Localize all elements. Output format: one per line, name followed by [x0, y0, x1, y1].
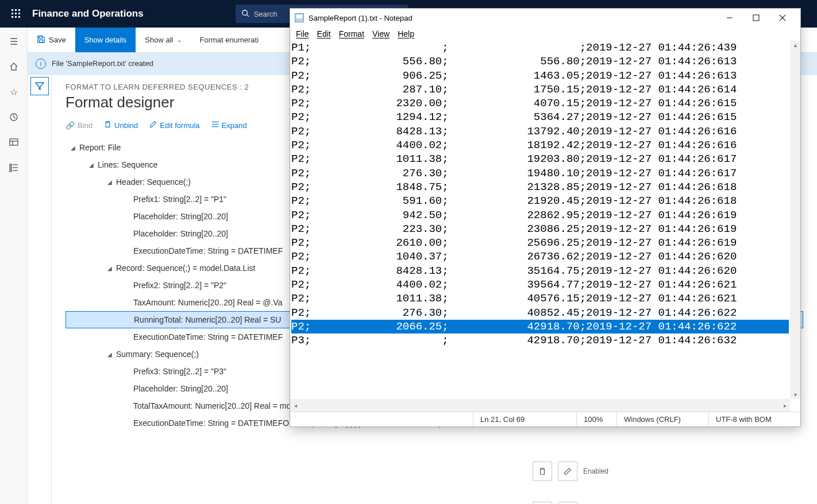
rail-star-icon[interactable]: ☆: [2, 80, 25, 103]
window-close-button[interactable]: [769, 9, 796, 27]
menu-help[interactable]: Help: [394, 28, 418, 40]
show-all-label: Show all: [145, 36, 173, 44]
notepad-vscrollbar[interactable]: ▴ ▾: [790, 41, 800, 399]
list-icon: [211, 121, 219, 130]
format-enum-button[interactable]: Format enumerati: [191, 28, 268, 52]
menu-file[interactable]: File: [292, 28, 313, 40]
scroll-down-icon[interactable]: ▾: [790, 391, 800, 398]
svg-rect-3: [11, 13, 13, 14]
filter-column: [28, 75, 52, 504]
svg-rect-17: [10, 170, 11, 172]
app-title: Finance and Operations: [32, 8, 144, 20]
delete-button[interactable]: [533, 462, 552, 481]
notepad-statusbar: Ln 21, Col 69 100% Windows (CRLF) UTF-8 …: [290, 412, 800, 427]
svg-rect-7: [15, 16, 17, 18]
notepad-textarea[interactable]: P1; ; ;2019-12-27 01:44:26:439P2; 556.80…: [291, 41, 789, 399]
prop-label: Enabled: [583, 467, 608, 475]
notepad-titlebar[interactable]: SampleReport (1).txt - Notepad: [290, 9, 800, 27]
waffle-icon[interactable]: [5, 2, 28, 25]
svg-rect-16: [10, 167, 11, 169]
link-icon: 🔗: [65, 121, 75, 130]
svg-rect-12: [10, 139, 18, 145]
svg-rect-27: [753, 15, 759, 21]
rail-menu-icon[interactable]: ☰: [2, 30, 25, 53]
show-details-button[interactable]: Show details: [75, 28, 136, 52]
edit-button[interactable]: [558, 502, 577, 504]
status-spacer: [290, 412, 473, 427]
edit-formula-button[interactable]: Edit formula: [149, 121, 199, 130]
notepad-app-icon: [295, 13, 304, 22]
window-minimize-button[interactable]: [716, 9, 743, 27]
notepad-menu: File Edit Format View Help: [290, 27, 800, 41]
unbind-button[interactable]: Unbind: [104, 121, 138, 130]
edit-button[interactable]: [558, 462, 577, 481]
svg-line-10: [246, 14, 249, 17]
save-icon: [37, 35, 45, 45]
svg-rect-4: [15, 13, 17, 14]
svg-rect-6: [11, 16, 13, 18]
expand-button[interactable]: Expand: [211, 121, 247, 130]
scroll-right-icon[interactable]: ▸: [780, 399, 790, 412]
menu-format[interactable]: Format: [336, 28, 368, 40]
menu-view[interactable]: View: [369, 28, 393, 40]
status-zoom: 100%: [576, 412, 616, 427]
rail-recent-icon[interactable]: [2, 106, 25, 129]
status-eol: Windows (CRLF): [616, 412, 708, 427]
svg-rect-22: [40, 40, 43, 42]
info-icon: i: [36, 59, 46, 69]
scroll-left-icon[interactable]: ◂: [290, 399, 300, 412]
svg-rect-2: [18, 9, 20, 11]
search-placeholder: Search: [254, 10, 278, 18]
svg-point-9: [242, 10, 247, 15]
status-encoding: UTF-8 with BOM: [708, 412, 800, 427]
svg-rect-1: [15, 9, 17, 11]
delete-button[interactable]: [533, 502, 552, 504]
svg-rect-8: [18, 16, 20, 18]
prop-row-collected: Collected data key name: [527, 498, 817, 504]
filter-icon[interactable]: [30, 77, 49, 95]
rail-modules-icon[interactable]: [2, 156, 25, 179]
search-icon: [241, 9, 249, 19]
notepad-window: SampleReport (1).txt - Notepad File Edit…: [290, 8, 801, 427]
window-maximize-button[interactable]: [743, 9, 769, 27]
bind-button[interactable]: 🔗Bind: [65, 121, 93, 130]
scroll-up-icon[interactable]: ▴: [790, 42, 800, 48]
status-position: Ln 21, Col 69: [473, 412, 576, 427]
trash-icon: [104, 121, 111, 130]
notepad-hscrollbar[interactable]: ◂ ▸: [290, 399, 790, 412]
menu-edit[interactable]: Edit: [314, 28, 334, 40]
rail-workspace-icon[interactable]: [2, 131, 25, 154]
chevron-down-icon: ⌄: [177, 37, 182, 43]
svg-rect-15: [10, 164, 11, 166]
svg-rect-5: [18, 13, 20, 14]
notepad-body: P1; ; ;2019-12-27 01:44:26:439P2; 556.80…: [290, 41, 800, 412]
notepad-title: SampleReport (1).txt - Notepad: [309, 14, 413, 22]
save-label: Save: [49, 36, 66, 44]
svg-rect-21: [39, 36, 43, 38]
prop-row-enabled: Enabled: [527, 458, 817, 484]
svg-rect-0: [11, 9, 13, 11]
show-details-label: Show details: [84, 36, 127, 44]
format-enum-label: Format enumerati: [200, 36, 259, 44]
rail-home-icon[interactable]: [2, 55, 25, 78]
show-all-button[interactable]: Show all ⌄: [136, 28, 190, 52]
pencil-icon: [149, 121, 157, 130]
message-text: File 'SampleReport.txt' created: [52, 59, 153, 68]
nav-rail: ☰ ☆: [0, 28, 28, 504]
save-button[interactable]: Save: [28, 28, 75, 52]
